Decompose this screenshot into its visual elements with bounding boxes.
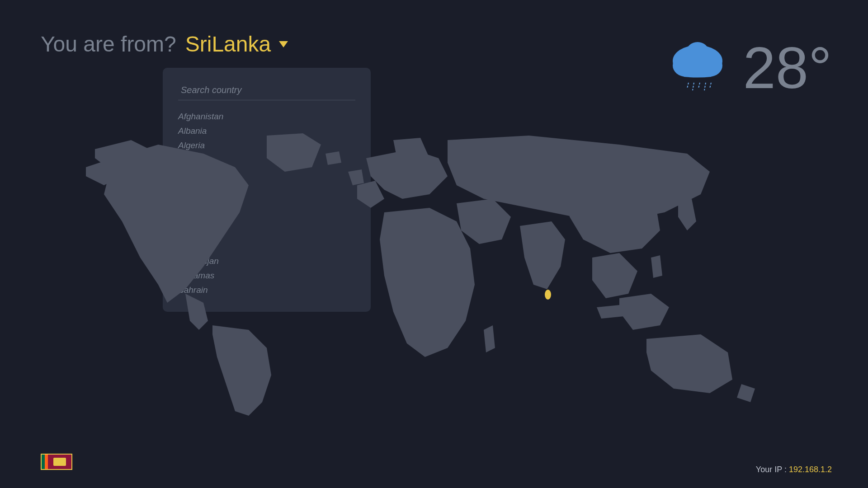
rain-cloud-icon	[666, 34, 729, 102]
svg-line-8	[710, 83, 711, 88]
world-map	[77, 131, 791, 425]
svg-point-9	[545, 290, 551, 300]
country-item[interactable]: Afghanistan	[178, 109, 355, 124]
weather-widget: 28°	[666, 34, 832, 102]
ip-info: Your IP : 192.168.1.2	[756, 465, 832, 474]
selected-country-label: SriLanka	[185, 32, 271, 56]
svg-line-4	[687, 83, 689, 88]
ip-label: Your IP :	[756, 465, 789, 474]
country-select-dropdown[interactable]: SriLanka	[185, 32, 288, 56]
search-input[interactable]	[178, 80, 355, 100]
question-label: You are from?	[41, 32, 176, 56]
chevron-down-icon	[279, 41, 288, 47]
svg-line-6	[698, 83, 700, 88]
svg-line-5	[693, 83, 694, 90]
country-flag-icon	[41, 454, 72, 470]
svg-line-7	[704, 83, 706, 90]
temperature-value: 28°	[743, 38, 832, 97]
header-section: You are from? SriLanka	[41, 32, 288, 56]
ip-value: 192.168.1.2	[789, 465, 832, 474]
svg-point-3	[686, 42, 709, 62]
